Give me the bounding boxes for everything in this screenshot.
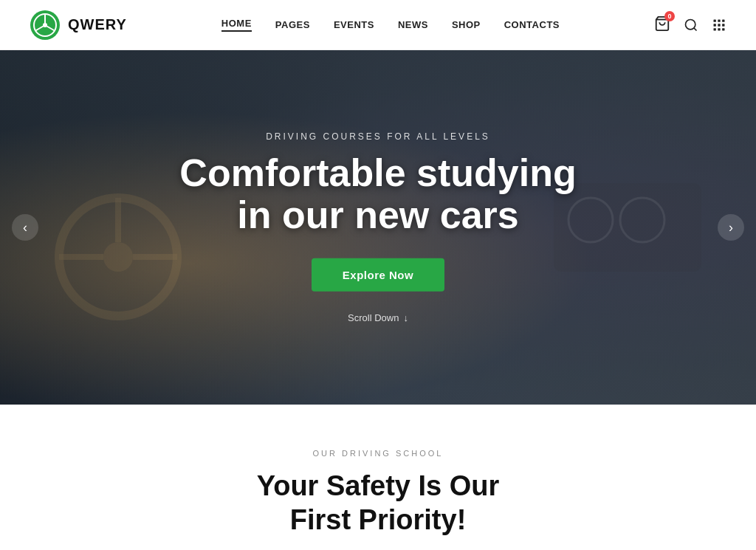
grid-menu-button[interactable]: [712, 18, 726, 32]
hero-title: Comfortable studyingin our new cars: [120, 152, 636, 236]
svg-rect-10: [718, 19, 720, 21]
nav-shop[interactable]: SHOP: [452, 19, 481, 30]
svg-rect-9: [713, 19, 715, 21]
section-tag: OUR DRIVING SCHOOL: [30, 449, 726, 458]
svg-rect-12: [713, 24, 715, 26]
svg-rect-11: [722, 19, 724, 21]
scroll-down-label: Scroll Down: [348, 312, 399, 323]
logo[interactable]: QWERY: [30, 10, 127, 41]
nav-events[interactable]: EVENTS: [334, 19, 374, 30]
nav-pages[interactable]: PAGES: [275, 19, 310, 30]
section-title: Your Safety Is OurFirst Priority!: [30, 470, 726, 537]
cart-badge: 0: [664, 11, 675, 21]
search-icon: [684, 18, 698, 32]
intro-section: OUR DRIVING SCHOOL Your Safety Is OurFir…: [0, 405, 756, 550]
nav-contacts[interactable]: CONTACTS: [504, 19, 560, 30]
svg-rect-15: [713, 28, 715, 30]
logo-icon: [30, 10, 61, 41]
hero-next-button[interactable]: ›: [718, 214, 744, 241]
svg-rect-14: [722, 24, 724, 26]
header: QWERY HOME PAGES EVENTS NEWS SHOP CONTAC…: [0, 0, 756, 50]
search-button[interactable]: [684, 18, 698, 32]
svg-rect-16: [718, 28, 720, 30]
nav-home[interactable]: HOME: [221, 18, 252, 32]
hero-subtitle: DRIVING COURSES FOR ALL LEVELS: [120, 131, 636, 142]
scroll-down-button[interactable]: Scroll Down ↓: [120, 312, 636, 323]
cart-button[interactable]: 0: [654, 16, 670, 35]
grid-icon: [712, 18, 726, 32]
svg-rect-17: [722, 28, 724, 30]
svg-point-7: [685, 19, 695, 29]
svg-line-8: [694, 27, 697, 30]
nav-news[interactable]: NEWS: [398, 19, 428, 30]
main-nav: HOME PAGES EVENTS NEWS SHOP CONTACTS: [221, 18, 560, 32]
header-actions: 0: [654, 16, 726, 35]
explore-button[interactable]: Explore Now: [312, 258, 444, 292]
scroll-down-arrow: ↓: [403, 312, 408, 323]
svg-rect-13: [718, 24, 720, 26]
hero-content: DRIVING COURSES FOR ALL LEVELS Comfortab…: [120, 131, 636, 323]
brand-name: QWERY: [68, 16, 127, 33]
hero-section: ‹ DRIVING COURSES FOR ALL LEVELS Comfort…: [0, 50, 756, 405]
hero-prev-button[interactable]: ‹: [12, 214, 38, 241]
